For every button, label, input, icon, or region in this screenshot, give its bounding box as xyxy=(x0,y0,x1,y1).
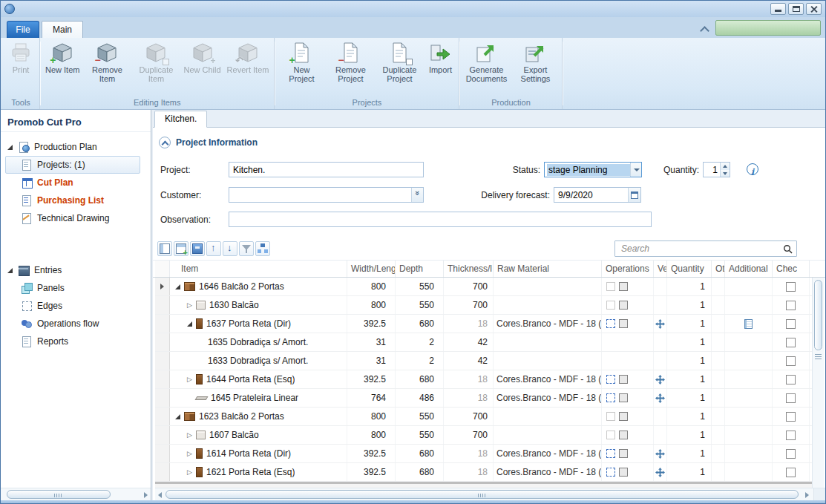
calendar-button[interactable] xyxy=(628,188,640,202)
combo-expand-icon[interactable] xyxy=(411,188,423,202)
sidebar-hscrollbar[interactable] xyxy=(1,488,151,500)
column-header-quantity[interactable]: Quantity xyxy=(667,261,712,277)
row-checkbox[interactable] xyxy=(786,393,796,403)
export-settings-button[interactable]: Export Settings xyxy=(511,38,560,84)
spin-down-icon[interactable] xyxy=(721,170,730,177)
operation-icon[interactable] xyxy=(606,393,615,402)
delivery-forecast-field[interactable] xyxy=(554,187,641,203)
row-checkbox[interactable] xyxy=(786,338,796,347)
move-up-button[interactable] xyxy=(206,241,221,256)
file-tab[interactable]: File xyxy=(7,21,39,38)
table-hscrollbar[interactable] xyxy=(155,488,825,500)
tree-root-entries[interactable]: Entries xyxy=(5,261,140,279)
operation-icon[interactable] xyxy=(619,375,628,384)
operation-icon[interactable] xyxy=(606,412,615,421)
column-header-ve[interactable]: Ve xyxy=(654,261,667,277)
scroll-left-icon[interactable] xyxy=(158,492,162,498)
move-icon[interactable] xyxy=(655,449,665,459)
column-header-check[interactable]: Chec xyxy=(773,261,810,277)
scroll-right-icon[interactable] xyxy=(144,492,148,498)
tree-root-production-plan[interactable]: Production Plan xyxy=(5,138,140,156)
new-project-button[interactable]: +New Project xyxy=(277,38,326,84)
sidebar-item-projects-1[interactable]: Projects: (1) xyxy=(5,156,140,174)
move-icon[interactable] xyxy=(655,375,665,384)
column-header-ot[interactable]: Ot xyxy=(712,261,725,277)
table-row[interactable]: 1621 Porta Reta (Esq)392.568018Cores.Bra… xyxy=(155,463,812,482)
collapse-all-button[interactable] xyxy=(174,241,189,256)
scrollbar-thumb[interactable] xyxy=(814,280,822,350)
table-row[interactable]: 1645 Prateleira Linear76448618Cores.Bran… xyxy=(155,389,812,408)
expander-icon[interactable] xyxy=(185,376,194,383)
row-checkbox[interactable] xyxy=(786,301,796,310)
expander-icon[interactable] xyxy=(185,431,194,439)
operation-icon[interactable] xyxy=(606,468,615,477)
sidebar-item-purchasing-list[interactable]: Purchasing List xyxy=(5,192,140,209)
sidebar-item-panels[interactable]: Panels xyxy=(5,279,140,297)
delivery-forecast-input[interactable] xyxy=(554,188,628,202)
operation-icon[interactable] xyxy=(606,449,615,458)
scrollbar-thumb[interactable] xyxy=(7,490,111,499)
collapse-project-info-button[interactable] xyxy=(159,137,171,148)
table-vscrollbar[interactable] xyxy=(812,278,824,488)
sidebar-item-cut-plan[interactable]: Cut Plan xyxy=(5,174,140,192)
info-icon[interactable] xyxy=(747,163,758,175)
import-button[interactable]: Import xyxy=(424,38,456,75)
document-tab-kitchen[interactable]: Kitchen. xyxy=(154,111,207,128)
observation-input[interactable] xyxy=(229,212,652,227)
sidebar-item-edges[interactable]: Edges xyxy=(5,297,140,315)
quantity-spinner[interactable]: 1 xyxy=(703,162,730,177)
operation-icon[interactable] xyxy=(606,301,615,310)
table-row[interactable]: 1623 Balcão 2 Portas8005507001 xyxy=(155,408,812,426)
table-row[interactable]: 1607 Balcão8005507001 xyxy=(155,426,812,445)
sidebar-item-reports[interactable]: Reports xyxy=(5,333,140,350)
row-checkbox[interactable] xyxy=(786,412,796,422)
expander-icon[interactable] xyxy=(185,321,194,327)
generate-documents-button[interactable]: Generate Documents xyxy=(462,38,511,84)
expander-icon[interactable] xyxy=(185,468,194,476)
column-header-additional[interactable]: Additional xyxy=(725,261,773,277)
row-checkbox[interactable] xyxy=(786,449,796,459)
group-by-button[interactable] xyxy=(255,241,270,256)
search-icon[interactable] xyxy=(783,244,793,254)
operation-icon[interactable] xyxy=(606,319,615,328)
row-checkbox[interactable] xyxy=(786,356,796,366)
row-checkbox[interactable] xyxy=(786,319,796,329)
dropdown-arrow-icon[interactable] xyxy=(630,163,641,177)
close-button[interactable] xyxy=(806,3,822,15)
move-icon[interactable] xyxy=(655,393,665,403)
table-row[interactable]: 1637 Porta Reta (Dir)392.568018Cores.Bra… xyxy=(155,315,812,333)
expander-icon[interactable] xyxy=(185,450,194,457)
additional-doc-icon[interactable] xyxy=(744,319,753,329)
expander-icon[interactable] xyxy=(7,268,16,273)
operation-icon[interactable] xyxy=(619,431,628,439)
column-header-thickness[interactable]: Thickness/l xyxy=(444,261,494,277)
expander-icon[interactable] xyxy=(7,145,16,150)
column-header-width[interactable]: Width/Leng xyxy=(347,261,396,277)
search-box[interactable] xyxy=(614,240,797,257)
column-header-operations[interactable]: Operations xyxy=(602,261,654,277)
operation-icon[interactable] xyxy=(606,431,615,439)
titlebar[interactable] xyxy=(1,1,825,17)
operation-icon[interactable] xyxy=(619,282,628,291)
scrollbar-thumb[interactable] xyxy=(165,490,799,499)
filter-button[interactable] xyxy=(239,241,254,256)
operation-icon[interactable] xyxy=(619,319,628,328)
card-view-button[interactable] xyxy=(190,241,205,256)
main-tab[interactable]: Main xyxy=(42,21,83,38)
column-header-depth[interactable]: Depth xyxy=(396,261,444,277)
expander-icon[interactable] xyxy=(173,284,183,289)
table-row[interactable]: 1633 Dobradiça s/ Amort.312421 xyxy=(155,352,812,370)
table-row[interactable]: 1630 Balcão8005507001 xyxy=(155,296,812,315)
row-checkbox[interactable] xyxy=(786,468,796,477)
remove-project-button[interactable]: −Remove Project xyxy=(326,38,375,84)
table-row[interactable]: 1614 Porta Reta (Dir)392.568018Cores.Bra… xyxy=(155,445,812,463)
operation-icon[interactable] xyxy=(619,393,628,402)
table-row[interactable]: 1644 Porta Reta (Esq)392.568018Cores.Bra… xyxy=(155,370,812,389)
project-input[interactable] xyxy=(229,162,424,177)
column-header-item[interactable]: Item xyxy=(170,261,347,277)
operation-icon[interactable] xyxy=(606,375,615,384)
expander-icon[interactable] xyxy=(173,414,183,419)
customer-input[interactable] xyxy=(229,188,411,202)
spin-up-icon[interactable] xyxy=(721,163,730,170)
table-row[interactable]: 1646 Balcão 2 Portas8005507001 xyxy=(155,278,812,296)
